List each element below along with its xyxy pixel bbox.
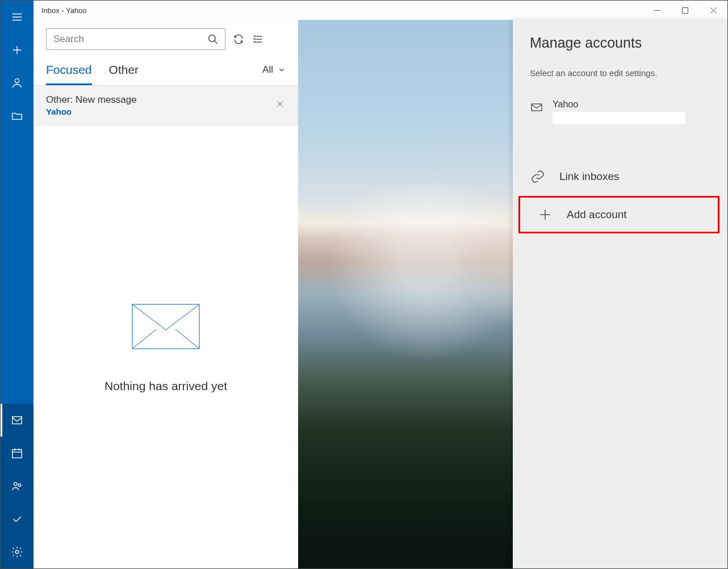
svg-point-3 (14, 483, 18, 486)
flyout-title: Manage accounts (530, 35, 710, 51)
nav-rail (1, 1, 34, 568)
add-account-label: Add account (567, 208, 627, 221)
selection-mode-button[interactable] (252, 33, 264, 45)
menu-icon (11, 11, 23, 23)
inbox-tabs: Focused Other All (34, 54, 298, 86)
minimize-icon (654, 7, 660, 14)
dismiss-notification-button[interactable] (275, 99, 284, 110)
window-title: Inbox - Yahoo (34, 6, 87, 15)
plus-icon (11, 44, 23, 56)
calendar-app-button[interactable] (1, 437, 34, 470)
filter-dropdown[interactable]: All (262, 64, 286, 76)
settings-button[interactable] (1, 535, 34, 568)
svg-point-4 (18, 484, 21, 487)
svg-point-0 (15, 79, 19, 83)
search-icon[interactable] (207, 33, 219, 45)
add-account-button[interactable]: Add account (520, 198, 718, 232)
tab-other[interactable]: Other (109, 54, 139, 85)
check-icon (11, 513, 23, 525)
svg-rect-9 (532, 104, 542, 111)
close-icon (275, 99, 284, 108)
calendar-icon (11, 447, 23, 459)
link-inboxes-button[interactable]: Link inboxes (513, 160, 727, 194)
mail-app-window: Inbox - Yahoo (0, 0, 728, 569)
other-inbox-notification[interactable]: Other: New message Yahoo (34, 86, 298, 125)
filter-label: All (262, 64, 273, 76)
svg-rect-2 (12, 450, 22, 458)
empty-state: Nothing has arrived yet (34, 304, 298, 393)
sync-button[interactable] (232, 33, 245, 45)
mail-icon (530, 101, 543, 116)
people-app-button[interactable] (1, 470, 34, 503)
manage-accounts-flyout: Manage accounts Select an account to edi… (513, 20, 727, 568)
accounts-button[interactable] (1, 66, 34, 99)
close-button[interactable] (699, 1, 727, 20)
gear-icon (11, 546, 23, 558)
maximize-icon (682, 7, 688, 14)
add-account-highlight: Add account (518, 196, 719, 233)
person-icon (11, 77, 23, 89)
chevron-down-icon (278, 66, 286, 74)
message-list-pane: Focused Other All Other: New message Yah… (34, 20, 299, 568)
todo-app-button[interactable] (1, 503, 34, 535)
flyout-subtitle: Select an account to edit settings. (530, 68, 710, 78)
account-email-redacted (553, 112, 685, 124)
search-box[interactable] (46, 28, 225, 50)
plus-icon (537, 207, 553, 222)
notification-title: Other: New message (46, 94, 137, 106)
envelope-icon (34, 304, 298, 351)
window-controls (642, 1, 727, 20)
account-entry-yahoo[interactable]: Yahoo (513, 95, 727, 141)
svg-rect-8 (132, 304, 199, 349)
hamburger-menu-button[interactable] (1, 1, 34, 34)
folder-icon (11, 110, 23, 122)
refresh-icon (233, 34, 244, 45)
close-icon (710, 7, 717, 14)
account-name: Yahoo (553, 99, 685, 110)
new-mail-button[interactable] (1, 34, 34, 66)
minimize-button[interactable] (642, 1, 671, 20)
svg-rect-1 (12, 417, 22, 424)
maximize-button[interactable] (671, 1, 699, 20)
folders-button[interactable] (1, 99, 34, 132)
svg-point-5 (15, 550, 19, 554)
search-input[interactable] (52, 33, 207, 45)
people-icon (11, 480, 23, 492)
checklist-icon (252, 34, 263, 45)
svg-rect-6 (682, 7, 688, 13)
link-inboxes-label: Link inboxes (559, 170, 620, 183)
mail-icon (11, 414, 23, 426)
empty-message: Nothing has arrived yet (34, 379, 298, 393)
mail-app-button[interactable] (1, 404, 34, 437)
list-toolbar (34, 20, 298, 54)
tab-focused[interactable]: Focused (46, 54, 92, 85)
link-icon (530, 169, 546, 184)
title-bar: Inbox - Yahoo (34, 1, 727, 20)
notification-source: Yahoo (46, 107, 137, 116)
svg-point-7 (209, 35, 216, 42)
